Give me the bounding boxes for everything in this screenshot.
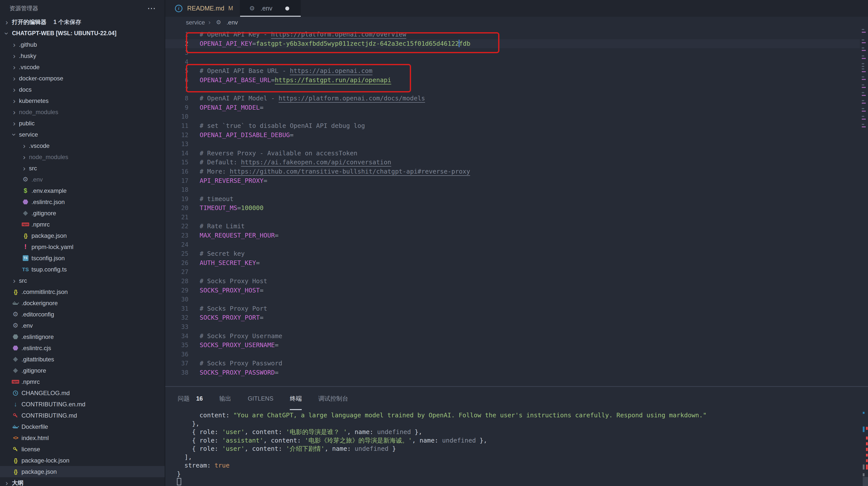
code-line[interactable]: 8# OpenAI API Model - https://platform.o… bbox=[165, 94, 860, 103]
tree-item-.eslintignore[interactable]: .eslintignore bbox=[0, 331, 165, 342]
tree-item-service[interactable]: ›service bbox=[0, 129, 165, 140]
tree-item-.gitignore[interactable]: .gitignore bbox=[0, 207, 165, 219]
tab-env[interactable]: ⚙ .env bbox=[240, 0, 301, 17]
tree-item-nodemodules[interactable]: ›node_modules bbox=[0, 151, 165, 163]
code-line[interactable]: 23MAX_REQUEST_PER_HOUR= bbox=[165, 231, 860, 240]
annotation-box-1 bbox=[186, 32, 499, 53]
code-line[interactable]: 29SOCKS_PROXY_HOST= bbox=[165, 286, 860, 295]
tree-item-.vscode[interactable]: ›.vscode bbox=[0, 140, 165, 151]
code-line[interactable]: 17API_REVERSE_PROXY= bbox=[165, 176, 860, 185]
tree-item-CHANGELOG.md[interactable]: CHANGELOG.md bbox=[0, 388, 165, 399]
tree-item-pnpm-lock.yaml[interactable]: !pnpm-lock.yaml bbox=[0, 241, 165, 253]
scrollbar-corner[interactable] bbox=[863, 477, 868, 486]
code-line[interactable]: 37# Socks Proxy Password bbox=[165, 359, 860, 368]
tree-item-package-lock.json[interactable]: {}package-lock.json bbox=[0, 455, 165, 466]
html-icon: <> bbox=[11, 435, 20, 441]
workspace-section-header[interactable]: › CHATGPT-WEB [WSL: UBUNTU-22.04] bbox=[0, 28, 165, 39]
tree-item-src[interactable]: ›src bbox=[0, 163, 165, 174]
tree-item-.env[interactable]: ⚙.env bbox=[0, 174, 165, 185]
minimap[interactable] bbox=[860, 28, 868, 386]
code-line[interactable]: 21 bbox=[165, 213, 860, 222]
panel-tab-output[interactable]: 输出 bbox=[219, 387, 231, 410]
code-line[interactable]: 9OPENAI_API_MODEL= bbox=[165, 103, 860, 112]
tree-item-.npmrc[interactable]: npm.npmrc bbox=[0, 219, 165, 230]
outline-section[interactable]: › 大纲 bbox=[0, 477, 165, 486]
line-number: 13 bbox=[165, 140, 188, 149]
code-line[interactable]: 18 bbox=[165, 185, 860, 195]
code-line[interactable]: 19# timeout bbox=[165, 195, 860, 204]
tree-item-package.json[interactable]: {}package.json bbox=[0, 466, 165, 477]
code-line[interactable]: 25# Secret key bbox=[165, 249, 860, 258]
code-line[interactable]: 13 bbox=[165, 140, 860, 149]
tree-item-.npmrc[interactable]: npm.npmrc bbox=[0, 376, 165, 388]
tree-item-nodemodules[interactable]: ›node_modules bbox=[0, 106, 165, 118]
tree-item-.gitattributes[interactable]: .gitattributes bbox=[0, 354, 165, 365]
tree-item-.editorconfig[interactable]: ⚙.editorconfig bbox=[0, 309, 165, 320]
tree-item-Dockerfile[interactable]: Dockerfile bbox=[0, 421, 165, 432]
code-line[interactable]: 24 bbox=[165, 240, 860, 250]
tree-item-package.json[interactable]: {}package.json bbox=[0, 230, 165, 241]
code-line[interactable]: 27 bbox=[165, 267, 860, 277]
breadcrumb-folder[interactable]: service bbox=[186, 19, 205, 26]
breadcrumb-file[interactable]: .env bbox=[227, 19, 238, 26]
tree-item-.eslintrc.json[interactable]: .eslintrc.json bbox=[0, 196, 165, 207]
panel-tab-gitlens[interactable]: GITLENS bbox=[248, 387, 274, 410]
tree-item-label: .vscode bbox=[29, 142, 50, 149]
tree-item-index.html[interactable]: <>index.html bbox=[0, 432, 165, 444]
code-line[interactable]: 30 bbox=[165, 295, 860, 304]
tree-item-label: src bbox=[29, 165, 37, 172]
line-number: 21 bbox=[165, 213, 188, 222]
code-line[interactable]: 36 bbox=[165, 350, 860, 359]
code-line[interactable]: 15# Default: https://ai.fakeopen.com/api… bbox=[165, 158, 860, 167]
tree-item-CONTRIBUTING.md[interactable]: CONTRIBUTING.md bbox=[0, 410, 165, 421]
tree-item-tsup.config.ts[interactable]: TStsup.config.ts bbox=[0, 264, 165, 275]
code-line[interactable]: 12OPENAI_API_DISABLE_DEBUG= bbox=[165, 131, 860, 140]
minimap-mark bbox=[862, 84, 864, 85]
code-line[interactable]: 14# Reverse Proxy - Available on accessT… bbox=[165, 149, 860, 158]
code-line[interactable]: 38SOCKS_PROXY_PASSWORD= bbox=[165, 368, 860, 377]
terminal-line: ], bbox=[177, 453, 868, 461]
code-line[interactable]: 34# Socks Proxy Username bbox=[165, 332, 860, 341]
tree-item-.env.example[interactable]: $.env.example bbox=[0, 185, 165, 196]
code-line[interactable]: 35SOCKS_PROXY_USERNAME= bbox=[165, 341, 860, 350]
tree-item-.vscode[interactable]: ›.vscode bbox=[0, 61, 165, 73]
panel-tab-label: 输出 bbox=[219, 395, 231, 403]
code-line[interactable]: 11# set `true` to disable OpenAI API deb… bbox=[165, 121, 860, 131]
code-line[interactable]: 20TIMEOUT_MS=100000 bbox=[165, 204, 860, 213]
panel-tab-problems[interactable]: 问题16 bbox=[178, 387, 203, 410]
unsaved-count-badge: 1 个未保存 bbox=[54, 18, 81, 26]
open-editors-section[interactable]: › 打开的编辑器 1 个未保存 bbox=[0, 17, 165, 28]
code-line[interactable]: 28# Socks Proxy Host bbox=[165, 277, 860, 286]
code-line[interactable]: 33 bbox=[165, 322, 860, 332]
tree-item-src[interactable]: ›src bbox=[0, 275, 165, 286]
tree-item-public[interactable]: ›public bbox=[0, 118, 165, 129]
more-actions-icon[interactable]: ⋯ bbox=[147, 3, 156, 13]
tree-item-docs[interactable]: ›docs bbox=[0, 84, 165, 95]
tree-item-.github[interactable]: ›.github bbox=[0, 39, 165, 50]
code-line[interactable]: 32SOCKS_PROXY_PORT= bbox=[165, 313, 860, 322]
unsaved-dot[interactable] bbox=[285, 6, 289, 10]
tree-item-.env[interactable]: ⚙.env bbox=[0, 320, 165, 331]
tree-item-.commitlintrc.json[interactable]: {}.commitlintrc.json bbox=[0, 286, 165, 297]
tree-item-license[interactable]: license bbox=[0, 444, 165, 455]
terminal[interactable]: content: "You are ChatGPT, a large langu… bbox=[165, 410, 868, 486]
panel-tab-debug-console[interactable]: 调试控制台 bbox=[318, 387, 348, 410]
tree-item-docker-compose[interactable]: ›docker-compose bbox=[0, 73, 165, 84]
tree-item-.eslintrc.cjs[interactable]: .eslintrc.cjs bbox=[0, 342, 165, 354]
code-editor[interactable]: 1# OpenAI API Key - https://platform.ope… bbox=[165, 28, 868, 386]
code-line[interactable]: 10 bbox=[165, 112, 860, 121]
chevron-right-icon: › bbox=[21, 142, 27, 150]
tree-item-.gitignore[interactable]: .gitignore bbox=[0, 365, 165, 376]
tree-item-.dockerignore[interactable]: .dockerignore bbox=[0, 297, 165, 309]
code-line[interactable]: 26AUTH_SECRET_KEY= bbox=[165, 258, 860, 268]
tree-item-.husky[interactable]: ›.husky bbox=[0, 50, 165, 61]
panel-tab-terminal[interactable]: 终端 bbox=[290, 387, 302, 410]
tree-item-kubernetes[interactable]: ›kubernetes bbox=[0, 95, 165, 106]
tab-readme[interactable]: i README.md M bbox=[165, 0, 240, 17]
code-line[interactable]: 31# Socks Proxy Port bbox=[165, 304, 860, 313]
code-line[interactable]: 22# Rate Limit bbox=[165, 222, 860, 231]
tree-item-CONTRIBUTING.en.md[interactable]: ↓CONTRIBUTING.en.md bbox=[0, 399, 165, 410]
tree-item-tsconfig.json[interactable]: TStsconfig.json bbox=[0, 253, 165, 264]
code-line[interactable]: 16# More: https://github.com/transitive-… bbox=[165, 167, 860, 176]
chevron-right-icon: › bbox=[11, 52, 18, 60]
